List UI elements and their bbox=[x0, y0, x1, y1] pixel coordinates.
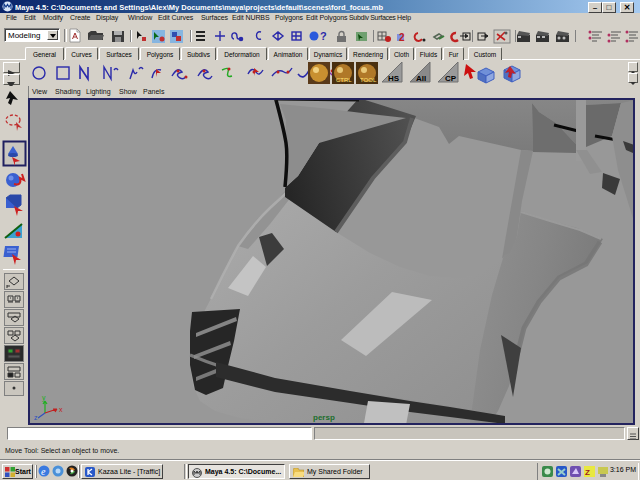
svg-text:?: ? bbox=[320, 30, 327, 42]
svg-text:CTRL: CTRL bbox=[336, 77, 352, 83]
svg-text:All: All bbox=[416, 74, 426, 83]
svg-text:2: 2 bbox=[399, 32, 405, 43]
svg-text:HS: HS bbox=[388, 74, 400, 83]
svg-text:CP: CP bbox=[445, 74, 457, 83]
svg-text:Z: Z bbox=[585, 468, 590, 477]
svg-text:y: y bbox=[42, 395, 46, 402]
svg-text:x: x bbox=[59, 406, 63, 413]
svg-text:TOOL: TOOL bbox=[360, 77, 377, 83]
svg-text:e: e bbox=[41, 466, 46, 477]
svg-text:z: z bbox=[34, 414, 38, 421]
